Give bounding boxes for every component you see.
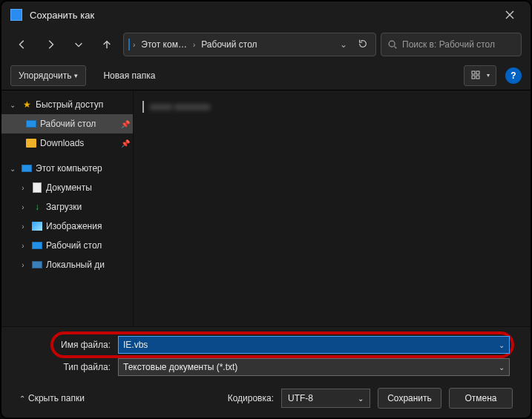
filetype-row: Тип файла: Текстовые документы (*.txt) ⌄: [55, 358, 510, 376]
chevron-right-icon[interactable]: ›: [18, 222, 28, 231]
file-list[interactable]: xxxxx xxxxxxxx: [134, 90, 531, 326]
recent-button[interactable]: [67, 33, 91, 56]
breadcrumb[interactable]: Этот ком…: [138, 38, 190, 51]
close-button[interactable]: [493, 4, 526, 26]
svg-rect-3: [472, 76, 475, 79]
address-dropdown[interactable]: ⌄: [335, 39, 352, 50]
tree-item-desktop2[interactable]: › Рабочий стол: [1, 236, 133, 255]
image-icon: [31, 220, 43, 232]
desktop-icon: [31, 240, 43, 251]
chevron-right-icon[interactable]: ›: [18, 261, 28, 269]
save-as-dialog: Сохранить как › Этот ком… › Рабочий стол…: [1, 1, 531, 418]
search-input[interactable]: Поиск в: Рабочий стол: [381, 33, 522, 56]
svg-rect-1: [472, 71, 475, 74]
filename-label: Имя файла:: [55, 340, 111, 350]
filename-input[interactable]: IE.vbs ⌄: [118, 336, 510, 354]
tree-item-desktop[interactable]: Рабочий стол 📌: [1, 114, 133, 133]
chevron-down-icon: ▾: [74, 72, 78, 79]
chevron-down-icon[interactable]: ⌄: [7, 165, 18, 173]
chevron-right-icon: ›: [133, 41, 135, 49]
view-button[interactable]: ▾: [464, 65, 496, 86]
help-button[interactable]: ?: [505, 67, 522, 84]
pin-icon: 📌: [121, 120, 130, 128]
svg-rect-2: [476, 71, 479, 74]
chevron-right-icon: ›: [193, 41, 195, 49]
body: ⌄ ★ Быстрый доступ Рабочий стол 📌 Downlo…: [1, 90, 531, 326]
chevron-right-icon[interactable]: ›: [18, 184, 28, 192]
chevron-down-icon[interactable]: ⌄: [499, 341, 505, 349]
toolbar: Упорядочить ▾ Новая папка ▾ ?: [1, 61, 531, 90]
pc-icon: [128, 39, 130, 50]
star-icon: ★: [21, 99, 33, 110]
svg-rect-4: [476, 76, 479, 79]
refresh-button[interactable]: [355, 39, 371, 51]
filetype-select[interactable]: Текстовые документы (*.txt) ⌄: [118, 358, 510, 376]
folder-icon: [25, 137, 37, 149]
nav-tree: ⌄ ★ Быстрый доступ Рабочий стол 📌 Downlo…: [1, 90, 134, 326]
chevron-down-icon[interactable]: ⌄: [358, 395, 364, 403]
chevron-down-icon[interactable]: ⌄: [499, 363, 505, 372]
window-title: Сохранить как: [30, 10, 493, 21]
svg-point-0: [389, 41, 395, 47]
doc-icon: [31, 182, 43, 194]
file-icon: [142, 102, 144, 112]
hide-folders-button[interactable]: ⌃ Скрыть папки: [19, 393, 85, 403]
breadcrumb[interactable]: Рабочий стол: [198, 38, 260, 51]
disk-icon: [31, 259, 43, 271]
tree-item-downloads2[interactable]: › ↓ Загрузки: [1, 197, 133, 217]
organize-button[interactable]: Упорядочить ▾: [10, 65, 86, 86]
filename-row: Имя файла: IE.vbs ⌄: [55, 336, 510, 354]
encoding-label: Кодировка:: [228, 393, 274, 403]
tree-item-downloads[interactable]: Downloads 📌: [1, 133, 133, 153]
notepad-icon: [10, 9, 22, 21]
tree-item-pictures[interactable]: › Изображения: [1, 217, 133, 236]
back-button[interactable]: [10, 33, 34, 56]
cancel-button[interactable]: Отмена: [449, 388, 513, 409]
new-folder-button[interactable]: Новая папка: [95, 65, 163, 86]
filetype-label: Тип файла:: [55, 362, 111, 372]
file-item[interactable]: xxxxx xxxxxxxx: [142, 96, 522, 117]
titlebar: Сохранить как: [1, 1, 531, 28]
tree-this-pc[interactable]: ⌄ Этот компьютер: [1, 159, 133, 178]
encoding-select[interactable]: UTF-8 ⌄: [281, 389, 370, 408]
tree-quick-access[interactable]: ⌄ ★ Быстрый доступ: [1, 95, 133, 114]
bottom-form: Имя файла: IE.vbs ⌄ Тип файла: Текстовые…: [1, 326, 531, 418]
address-bar[interactable]: › Этот ком… › Рабочий стол ⌄: [123, 33, 376, 56]
pin-icon: 📌: [121, 139, 130, 148]
chevron-down-icon[interactable]: ⌄: [7, 101, 18, 109]
up-button[interactable]: [95, 33, 119, 56]
chevron-up-icon: ⌃: [19, 395, 25, 403]
tree-item-documents[interactable]: › Документы: [1, 178, 133, 197]
footer: ⌃ Скрыть папки Кодировка: UTF-8 ⌄ Сохран…: [10, 380, 522, 409]
pc-icon: [21, 162, 33, 174]
forward-button[interactable]: [39, 33, 62, 56]
desktop-icon: [25, 118, 37, 130]
chevron-right-icon[interactable]: ›: [18, 203, 28, 211]
chevron-right-icon[interactable]: ›: [18, 242, 28, 250]
nav-row: › Этот ком… › Рабочий стол ⌄ Поиск в: Ра…: [1, 28, 531, 61]
search-placeholder: Поиск в: Рабочий стол: [402, 39, 495, 50]
view-grid-icon: [471, 70, 485, 81]
search-icon: [387, 39, 398, 50]
tree-item-localdisk[interactable]: › Локальный ди: [1, 255, 133, 274]
download-icon: ↓: [31, 201, 43, 213]
save-button[interactable]: Сохранить: [378, 388, 441, 409]
